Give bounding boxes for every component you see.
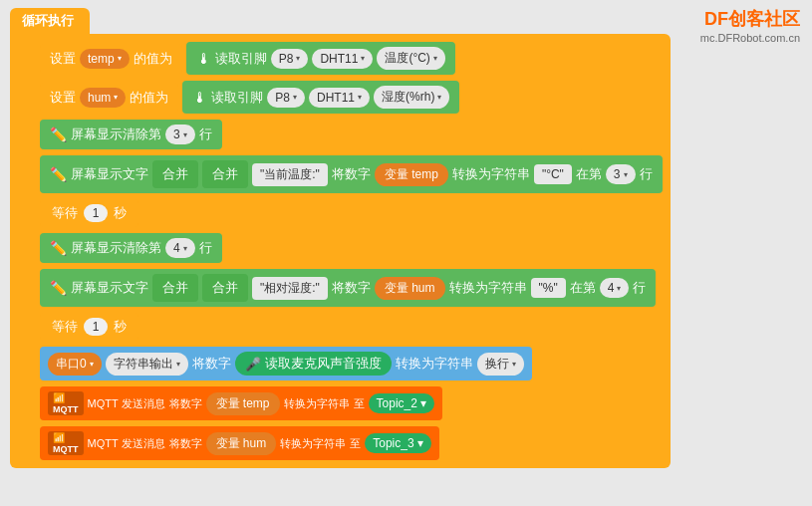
str-percent: "%" — [531, 278, 566, 298]
dropdown-arrow: ▾ — [118, 54, 122, 63]
read-pin-temp-block[interactable]: 🌡 读取引脚 P8 ▾ DHT11 ▾ 温度(°C) ▾ — [186, 42, 455, 75]
row-serial: 串口0 ▾ 字符串输出 ▾ 将数字 🎤 读取麦克风声音强度 转换为字符串 — [40, 347, 663, 380]
row-clear-4: ✏️ 屏幕显示清除第 4 ▾ 行 — [40, 233, 663, 263]
read-pin-hum-block[interactable]: 🌡 读取引脚 P8 ▾ DHT11 ▾ 湿度(%rh) ▾ — [182, 81, 459, 114]
screen-text-hum-block[interactable]: ✏️ 屏幕显示文字 合并 合并 "相对湿度:" 将数字 变 — [40, 269, 656, 307]
set-hum-block[interactable]: 设置 hum ▾ 的值为 — [40, 83, 178, 113]
pin-p8-dropdown-2[interactable]: P8 ▾ — [267, 88, 305, 108]
row-display-temp: ✏️ 屏幕显示文字 合并 合并 "当前温度:" 将数字 变 — [40, 155, 663, 193]
merge-block-1[interactable]: 合并 — [152, 160, 198, 188]
hum-param-dropdown[interactable]: 湿度(%rh) ▾ — [374, 86, 449, 109]
dht11-dropdown-2[interactable]: DHT11 ▾ — [309, 88, 370, 108]
mqtt-icon-2: 📶 MQTT — [48, 431, 84, 455]
branding-title: DF创客社区 — [700, 8, 800, 31]
row-clear-3: ✏️ 屏幕显示清除第 3 ▾ 行 — [40, 120, 663, 149]
row3-num-dropdown[interactable]: 3 ▾ — [165, 125, 195, 144]
str-relative-hum: "相对湿度:" — [252, 277, 328, 300]
row-wait-2: 等待 1 秒 — [40, 313, 663, 341]
clear-row-3-block[interactable]: ✏️ 屏幕显示清除第 3 ▾ 行 — [40, 120, 222, 149]
newline-dropdown[interactable]: 换行 ▾ — [477, 353, 524, 376]
wait-num-1: 1 — [84, 204, 108, 222]
row-mqtt-hum: 📶 MQTT MQTT 发送消息 将数字 变量 hum 转换为字符串 至 Top… — [40, 426, 663, 460]
blocks-container: 循环执行 设置 temp ▾ 的值为 🌡 — [0, 0, 697, 476]
var-temp-dropdown[interactable]: temp ▾ — [80, 49, 130, 69]
mic-icon: 🎤 — [245, 357, 261, 372]
screen-text-temp-block[interactable]: ✏️ 屏幕显示文字 合并 合并 "当前温度:" 将数字 变 — [40, 155, 663, 193]
screen-text-icon: ✏️ — [50, 166, 67, 182]
mqtt-temp-block[interactable]: 📶 MQTT MQTT 发送消息 将数字 变量 temp 转换为字符串 至 To… — [40, 386, 442, 420]
thermometer-icon: 🌡 — [196, 50, 211, 67]
thermometer-icon-2: 🌡 — [192, 89, 207, 106]
serial-port-dropdown[interactable]: 串口0 ▾ — [48, 353, 102, 376]
screen-text-icon-2: ✏️ — [50, 280, 67, 296]
loop-block-header[interactable]: 循环执行 — [10, 8, 90, 34]
var-hum-pill[interactable]: 变量 hum — [375, 277, 445, 300]
row7-num-dropdown[interactable]: 4 ▾ — [600, 278, 630, 298]
mic-block[interactable]: 🎤 读取麦克风声音强度 — [235, 352, 392, 376]
loop-label: 循环执行 — [22, 13, 74, 28]
mqtt-icon-1: 📶 MQTT — [48, 391, 84, 415]
row-set-hum: 设置 hum ▾ 的值为 🌡 读取引脚 P8 ▾ — [40, 81, 663, 114]
row4-num-dropdown[interactable]: 3 ▾ — [606, 164, 636, 184]
branding: DF创客社区 mc.DFRobot.com.cn — [700, 8, 800, 46]
wait-1-block[interactable]: 等待 1 秒 — [40, 199, 138, 227]
var-temp-pill[interactable]: 变量 temp — [375, 163, 448, 186]
set-label: 设置 — [50, 50, 76, 68]
wait-num-2: 1 — [84, 318, 108, 336]
wait-2-block[interactable]: 等待 1 秒 — [40, 313, 138, 341]
set-temp-block[interactable]: 设置 temp ▾ 的值为 — [40, 44, 182, 74]
dht11-dropdown-1[interactable]: DHT11 ▾ — [312, 49, 373, 69]
pin-p8-dropdown-1[interactable]: P8 ▾ — [271, 49, 309, 69]
brand-rest: 创客社区 — [728, 9, 800, 29]
screen-clear-icon: ✏️ — [50, 126, 67, 142]
mqtt-hum-block[interactable]: 📶 MQTT MQTT 发送消息 将数字 变量 hum 转换为字符串 至 Top… — [40, 426, 439, 460]
brand-df: DF — [704, 9, 728, 29]
topic3-dropdown[interactable]: Topic_3 ▾ — [365, 433, 430, 453]
row-mqtt-temp: 📶 MQTT MQTT 发送消息 将数字 变量 temp 转换为字符串 至 To… — [40, 386, 663, 420]
temp-param-dropdown[interactable]: 温度(°C) ▾ — [377, 47, 444, 70]
screen-clear-icon-2: ✏️ — [50, 240, 67, 256]
str-current-temp: "当前温度:" — [252, 163, 328, 186]
row-display-hum: ✏️ 屏幕显示文字 合并 合并 "相对湿度:" 将数字 变 — [40, 269, 663, 307]
serial-output-dropdown[interactable]: 字符串输出 ▾ — [106, 353, 188, 376]
merge-block-4[interactable]: 合并 — [202, 274, 248, 302]
merge-block-2[interactable]: 合并 — [202, 160, 248, 188]
var-hum-dropdown[interactable]: hum ▾ — [80, 88, 126, 108]
merge-block-3[interactable]: 合并 — [152, 274, 198, 302]
serial-block[interactable]: 串口0 ▾ 字符串输出 ▾ 将数字 🎤 读取麦克风声音强度 转换为字符串 — [40, 347, 532, 380]
clear-row-4-block[interactable]: ✏️ 屏幕显示清除第 4 ▾ 行 — [40, 233, 222, 263]
str-celsius: "°C" — [534, 164, 572, 184]
topic2-dropdown[interactable]: Topic_2 ▾ — [369, 393, 434, 413]
var-hum-pill-2[interactable]: 变量 hum — [206, 432, 277, 455]
main-area: DF创客社区 mc.DFRobot.com.cn 循环执行 设置 temp ▾ — [0, 0, 812, 506]
row-set-temp: 设置 temp ▾ 的值为 🌡 读取引脚 P8 ▾ — [40, 42, 663, 75]
row6-num-dropdown[interactable]: 4 ▾ — [165, 238, 195, 258]
loop-body: 设置 temp ▾ 的值为 🌡 读取引脚 P8 ▾ — [10, 34, 671, 468]
row-wait-1: 等待 1 秒 — [40, 199, 663, 227]
var-temp-pill-2[interactable]: 变量 temp — [206, 392, 280, 415]
branding-subtitle: mc.DFRobot.com.cn — [700, 31, 800, 45]
